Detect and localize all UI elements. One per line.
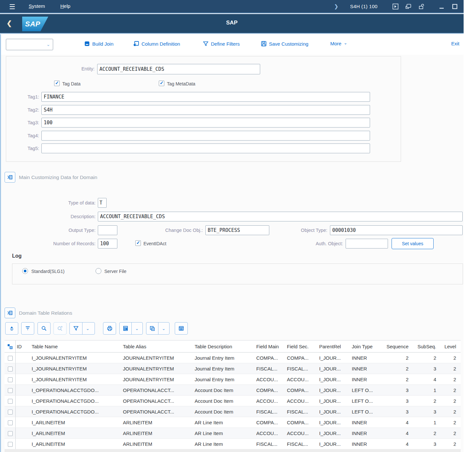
cell-parent-rel[interactable]: I_JOUR...: [318, 353, 350, 363]
cell-parent-rel[interactable]: I_JOUR...: [318, 439, 350, 449]
cell-table-name[interactable]: I_OPERATIONALACCTGDO...: [30, 406, 122, 417]
column-header-table-alias[interactable]: Table Alias: [122, 340, 193, 353]
define-filters-button[interactable]: Define Filters: [203, 41, 240, 47]
column-header-table-description[interactable]: Table Description: [193, 340, 255, 353]
cell-field-main[interactable]: COMPA...: [255, 417, 286, 428]
save-customizing-button[interactable]: Save Customizing: [261, 41, 308, 47]
select-all-icon[interactable]: [6, 344, 14, 349]
cell-field-main[interactable]: FISCAL...: [255, 406, 286, 417]
minimize-icon[interactable]: [438, 3, 445, 10]
cell-field-sec[interactable]: ACCOU...: [286, 428, 318, 439]
cell-sequence[interactable]: 3: [382, 406, 413, 417]
cell-join-type[interactable]: INNER: [350, 374, 382, 385]
cell-table-description[interactable]: Account Doc Item: [193, 396, 255, 406]
cell-table-description[interactable]: AR Line Item: [193, 439, 255, 449]
cell-table-alias[interactable]: ARLINEITEM: [122, 417, 193, 428]
copy-views-icon[interactable]: [146, 323, 158, 334]
change-doc-obj-input[interactable]: [205, 225, 269, 235]
cell-parent-rel[interactable]: I_JOUR...: [318, 396, 350, 406]
chevron-down-icon[interactable]: ⌄: [158, 323, 169, 334]
sort-ascending-button[interactable]: [5, 322, 18, 335]
row-checkbox[interactable]: [8, 431, 13, 436]
new-session-icon[interactable]: [405, 3, 412, 10]
cell-table-name[interactable]: I_ARLINEITEM: [30, 428, 122, 439]
cell-table-description[interactable]: Account Doc Item: [193, 406, 255, 417]
cell-table-alias[interactable]: JOURNALENTRYITEM: [122, 374, 193, 385]
cell-field-main[interactable]: COMPA...: [255, 353, 286, 363]
row-checkbox[interactable]: [8, 377, 13, 382]
cell-subseq[interactable]: 2: [413, 396, 441, 406]
type-of-data-input[interactable]: [98, 198, 107, 208]
cell-table-alias[interactable]: JOURNALENTRYITEM: [122, 363, 193, 374]
cell-subseq[interactable]: 3: [413, 439, 441, 449]
column-header-table-name[interactable]: Table Name: [30, 340, 122, 353]
cell-parent-rel[interactable]: I_JOUR...: [318, 363, 350, 374]
cell-sequence[interactable]: 4: [382, 428, 413, 439]
menu-system[interactable]: System: [29, 3, 45, 9]
cell-parent-rel[interactable]: I_JOUR...: [318, 428, 350, 439]
chevron-down-icon[interactable]: ⌄: [132, 323, 142, 334]
cell-field-sec[interactable]: FISCAL...: [286, 363, 318, 374]
views-split-button[interactable]: ⌄: [146, 322, 170, 335]
cell-table-name[interactable]: I_ARLINEITEM: [30, 417, 122, 428]
cell-field-sec[interactable]: COMPA...: [286, 385, 318, 396]
cell-table-name[interactable]: I_OPERATIONALACCTGDO...: [30, 396, 122, 406]
cell-subseq[interactable]: 1: [413, 417, 441, 428]
standard-slg1-radio[interactable]: [22, 268, 28, 274]
cell-field-sec[interactable]: FISCAL...: [286, 406, 318, 417]
cell-subseq[interactable]: 3: [413, 363, 441, 374]
maximize-icon[interactable]: [451, 3, 458, 10]
row-checkbox[interactable]: [8, 356, 13, 361]
cell-join-type[interactable]: INNER: [350, 363, 382, 374]
cell-table-name[interactable]: I_OPERATIONALACCTGDO...: [30, 385, 122, 396]
cell-parent-rel[interactable]: I_JOUR...: [318, 385, 350, 396]
tag-data-checkbox[interactable]: [54, 81, 60, 86]
column-header-join-type[interactable]: Join Type: [350, 340, 382, 353]
cell-field-sec[interactable]: COMPA...: [286, 417, 318, 428]
cell-field-sec[interactable]: ACCOU...: [286, 374, 318, 385]
cell-field-main[interactable]: FISCAL...: [255, 363, 286, 374]
number-of-records-input[interactable]: [98, 239, 117, 249]
column-header-id[interactable]: ID: [15, 340, 30, 353]
cell-id[interactable]: [15, 385, 30, 396]
output-type-input[interactable]: [98, 225, 117, 235]
cell-sequence[interactable]: 2: [382, 374, 413, 385]
cell-table-name[interactable]: I_JOURNALENTRYITEM: [30, 374, 122, 385]
cell-table-name[interactable]: I_JOURNALENTRYITEM: [30, 353, 122, 363]
select-all-header[interactable]: [5, 340, 15, 353]
tag2-input[interactable]: [41, 105, 370, 115]
cell-id[interactable]: [15, 417, 30, 428]
cell-parent-rel[interactable]: I_JOUR...: [318, 374, 350, 385]
object-type-input[interactable]: [330, 225, 463, 235]
cell-level[interactable]: 2: [441, 353, 461, 363]
entity-input[interactable]: [97, 64, 260, 74]
cell-id[interactable]: [15, 406, 30, 417]
filter-split-button[interactable]: ⌄: [69, 322, 95, 335]
row-checkbox[interactable]: [8, 399, 13, 404]
cell-table-name[interactable]: I_ARLINEITEM: [30, 439, 122, 449]
cell-level[interactable]: 2: [441, 417, 461, 428]
cell-join-type[interactable]: LEFT O...: [350, 385, 382, 396]
cell-id[interactable]: [15, 363, 30, 374]
set-values-button[interactable]: Set values: [392, 238, 434, 249]
export-split-button[interactable]: ⌄: [119, 322, 143, 335]
cell-sequence[interactable]: 2: [382, 353, 413, 363]
cell-sequence[interactable]: 3: [382, 385, 413, 396]
eventidact-checkbox[interactable]: [135, 240, 141, 246]
row-checkbox[interactable]: [8, 420, 13, 425]
auth-object-input[interactable]: [346, 239, 388, 249]
tag4-input[interactable]: [41, 131, 370, 141]
command-combobox[interactable]: ⌄: [6, 39, 53, 50]
find-next-button[interactable]: [53, 322, 67, 335]
cell-level[interactable]: 2: [441, 396, 461, 406]
cell-level[interactable]: 2: [441, 385, 461, 396]
cell-table-alias[interactable]: OPERATIONALACCT...: [122, 385, 193, 396]
cell-level[interactable]: 2: [441, 363, 461, 374]
cell-field-main[interactable]: ACCOU...: [255, 428, 286, 439]
cell-table-description[interactable]: Journal Entry Item: [193, 374, 255, 385]
cell-sequence[interactable]: 2: [382, 363, 413, 374]
cell-join-type[interactable]: INNER: [350, 353, 382, 363]
cell-parent-rel[interactable]: I_JOUR...: [318, 406, 350, 417]
cell-sequence[interactable]: 4: [382, 439, 413, 449]
row-checkbox[interactable]: [8, 442, 13, 447]
